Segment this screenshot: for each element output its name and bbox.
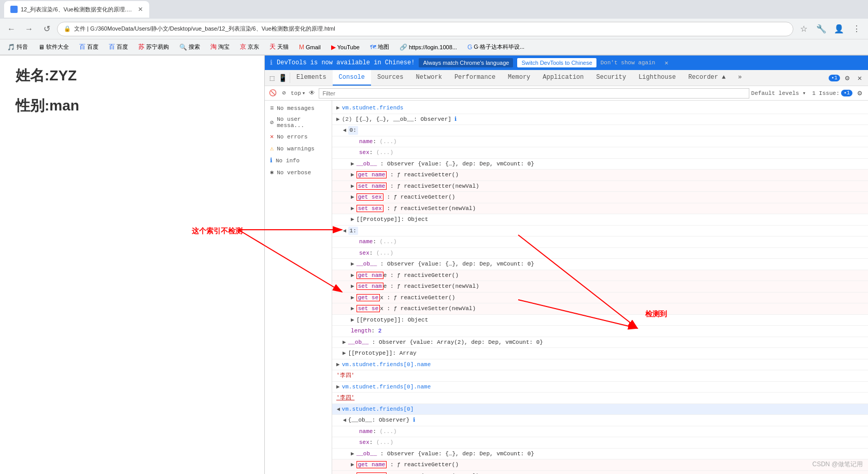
tianmao-icon: 天 bbox=[269, 43, 276, 51]
expand-icon[interactable]: ▶ bbox=[336, 383, 340, 392]
dont-show-again-link[interactable]: Don't show again bbox=[601, 60, 656, 66]
bookmark-label: 淘宝 bbox=[218, 43, 230, 51]
bookmark-login[interactable]: 🔗 https://login.1008... bbox=[396, 43, 460, 52]
tab-sources[interactable]: Sources bbox=[371, 70, 409, 86]
bookmark-label: 天猫 bbox=[277, 43, 289, 51]
console-text: [[Prototype]]: Array bbox=[348, 349, 417, 358]
expand-icon[interactable]: ▶ bbox=[336, 104, 340, 113]
console-line: name: (...) bbox=[332, 426, 868, 438]
expand-icon[interactable]: ▶ bbox=[351, 282, 354, 291]
context-selector[interactable]: top ▾ bbox=[291, 90, 305, 96]
console-filter-icon[interactable]: ⊘ bbox=[279, 89, 289, 98]
bookmark-jd[interactable]: 京 京东 bbox=[237, 41, 262, 52]
expand-icon[interactable]: ▶ bbox=[351, 160, 354, 169]
tab-lighthouse[interactable]: Lighthouse bbox=[632, 70, 682, 86]
bookmark-softdaquan[interactable]: 🖥 软件大全 bbox=[35, 42, 72, 52]
gmail-icon: M bbox=[299, 44, 304, 51]
expand-icon[interactable]: ▶ bbox=[351, 461, 354, 469]
expand-icon[interactable]: ▼ bbox=[334, 407, 343, 411]
tab-performance[interactable]: Performance bbox=[448, 70, 502, 86]
close-devtools-icon[interactable]: ✕ bbox=[855, 73, 865, 83]
bookmark-map[interactable]: 🗺 地图 bbox=[367, 42, 392, 52]
map-icon: 🗺 bbox=[370, 44, 376, 51]
jd-icon: 京 bbox=[240, 43, 246, 51]
expand-icon[interactable]: ▶ bbox=[336, 115, 340, 124]
bookmark-taobao[interactable]: 淘 淘宝 bbox=[207, 41, 233, 52]
no-errors-label: No errors bbox=[277, 134, 307, 140]
expand-icon[interactable]: ▶ bbox=[351, 260, 354, 269]
taobao-icon: 淘 bbox=[210, 43, 217, 51]
bookmark-star-button[interactable]: ☆ bbox=[796, 22, 811, 36]
eye-icon[interactable]: 👁 bbox=[307, 89, 317, 98]
bookmark-baidu2[interactable]: 百 百度 bbox=[106, 41, 131, 52]
expand-icon[interactable]: ▶ bbox=[351, 316, 354, 325]
console-text: vm.studnet.friends[0].name bbox=[342, 360, 431, 369]
profile-button[interactable]: 👤 bbox=[832, 22, 846, 36]
expand-icon[interactable]: ▶ bbox=[336, 360, 340, 369]
extensions-button[interactable]: 🔧 bbox=[814, 22, 829, 36]
expand-icon[interactable]: ▶ bbox=[351, 304, 354, 313]
back-button[interactable]: ← bbox=[4, 22, 19, 36]
tab-network[interactable]: Network bbox=[409, 70, 448, 86]
expand-icon[interactable]: ▼ bbox=[340, 229, 349, 232]
browser-tab[interactable]: 12_列表渲染/6、Vue检测数据变化的原理.html ✕ bbox=[4, 1, 149, 18]
menu-button[interactable]: ⋮ bbox=[849, 22, 864, 36]
issue-badge[interactable]: ▪1 bbox=[841, 90, 852, 96]
clear-console-icon[interactable]: 🚫 bbox=[268, 89, 277, 98]
console-settings-icon[interactable]: ⚙ bbox=[855, 88, 865, 99]
expand-icon[interactable]: ▶ bbox=[351, 450, 354, 458]
bookmark-youtube[interactable]: ▶ YouTube bbox=[328, 43, 363, 52]
expand-icon[interactable]: ▶ bbox=[343, 349, 346, 358]
expand-icon[interactable]: ▶ bbox=[351, 271, 354, 280]
forward-button[interactable]: → bbox=[22, 22, 36, 36]
reload-button[interactable]: ↺ bbox=[39, 22, 54, 36]
tab-more[interactable]: » bbox=[732, 70, 748, 86]
bookmark-suning[interactable]: 苏 苏宁易购 bbox=[135, 41, 172, 52]
console-line: sex: (...) bbox=[332, 437, 868, 449]
tab-application[interactable]: Application bbox=[536, 70, 590, 86]
bookmark-gezi[interactable]: G G·格子达本科毕设... bbox=[464, 42, 528, 52]
expand-icon[interactable]: ▶ bbox=[351, 193, 354, 202]
settings-gear-icon[interactable]: ⚙ bbox=[842, 73, 852, 83]
expand-icon[interactable]: ▶ bbox=[351, 472, 354, 475]
expand-icon[interactable]: ▶ bbox=[351, 294, 354, 302]
tab-console[interactable]: Console bbox=[333, 70, 371, 86]
nav-bar: ← → ↺ 🔒 文件 | G:/360MoveData/Users/静小文/De… bbox=[0, 19, 868, 39]
expand-icon[interactable]: ▶ bbox=[351, 215, 354, 224]
sidebar-no-errors[interactable]: ✕ No errors bbox=[265, 131, 332, 143]
tab-elements[interactable]: Elements bbox=[290, 70, 333, 86]
expand-icon[interactable]: ▶ bbox=[343, 338, 346, 347]
console-text: set name : ƒ reactiveSetter(newVal) bbox=[357, 472, 479, 475]
issue-counter[interactable]: 1 Issue: ▪1 bbox=[812, 90, 852, 96]
console-line: length: 2 bbox=[332, 326, 868, 337]
tab-close-btn[interactable]: ✕ bbox=[138, 6, 143, 13]
bookmark-gmail[interactable]: M Gmail bbox=[296, 43, 324, 52]
address-bar[interactable]: 🔒 文件 | G:/360MoveData/Users/静小文/Desktop/… bbox=[57, 22, 793, 36]
expand-icon[interactable]: ▶ bbox=[351, 171, 354, 179]
switch-chinese-button[interactable]: Switch DevTools to Chinese bbox=[517, 58, 596, 67]
expand-icon[interactable]: ▼ bbox=[340, 419, 349, 422]
console-filter-input[interactable] bbox=[319, 88, 749, 99]
sidebar-no-warnings[interactable]: ⚠ No warnings bbox=[265, 143, 332, 155]
bookmark-tianmao[interactable]: 天 天猫 bbox=[266, 41, 292, 52]
inspect-element-icon[interactable]: ⬚ bbox=[267, 73, 277, 83]
infobar-close-button[interactable]: ✕ bbox=[664, 59, 668, 67]
expand-icon[interactable]: ▶ bbox=[351, 204, 354, 213]
bookmark-search[interactable]: 🔍 搜索 bbox=[176, 42, 203, 52]
tab-recorder[interactable]: Recorder ▲ bbox=[682, 70, 732, 86]
device-toggle-icon[interactable]: 📱 bbox=[277, 73, 288, 83]
sidebar-no-user-messages[interactable]: ⊘ No user messa... bbox=[265, 114, 332, 131]
expand-icon[interactable]: ▼ bbox=[340, 129, 349, 132]
tab-security[interactable]: Security bbox=[590, 70, 633, 86]
console-line: sex: (...) bbox=[332, 147, 868, 159]
match-chrome-language-button[interactable]: Always match Chrome's language bbox=[419, 58, 513, 67]
sidebar-no-messages[interactable]: ≡ No messages bbox=[265, 103, 332, 114]
expand-icon[interactable]: ▶ bbox=[351, 182, 354, 191]
sidebar-no-verbose[interactable]: ✱ No verbose bbox=[265, 166, 332, 178]
log-levels-dropdown[interactable]: Default levels ▾ bbox=[751, 90, 806, 96]
tab-memory[interactable]: Memory bbox=[502, 70, 536, 86]
bookmark-baidu1[interactable]: 百 百度 bbox=[76, 41, 102, 52]
tab-favicon bbox=[10, 6, 18, 13]
bookmark-douyin[interactable]: 🎵 抖音 bbox=[4, 42, 31, 52]
sidebar-no-info[interactable]: ℹ No info bbox=[265, 155, 332, 166]
